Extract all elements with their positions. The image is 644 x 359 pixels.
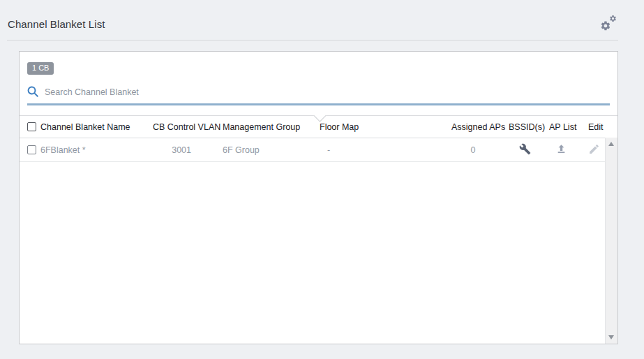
settings-button[interactable] (600, 15, 618, 31)
cell-assigned-aps: 0 (451, 145, 509, 155)
column-header-edit[interactable]: Edit (582, 122, 606, 132)
cell-management-group: 6F Group (223, 145, 320, 155)
title-divider (7, 40, 618, 41)
bssid-button[interactable] (519, 143, 531, 155)
column-header-bssid[interactable]: BSSID(s) (509, 122, 549, 132)
cell-floor-map: - (320, 145, 451, 155)
select-all-checkbox[interactable] (27, 122, 36, 131)
cell-channel-blanket-name: 6FBlanket * (40, 145, 153, 155)
scroll-up-icon[interactable] (608, 142, 614, 146)
channel-blanket-page: Channel Blanket List 1 CB (0, 0, 644, 359)
column-header-channel-blanket-name[interactable]: Channel Blanket Name (40, 122, 153, 132)
column-header-cb-control-vlan[interactable]: CB Control VLAN (153, 122, 223, 132)
channel-blanket-panel: 1 CB Channel Blanket Name CB Control VLA… (19, 51, 618, 344)
gear-icon (600, 15, 618, 31)
table-header: Channel Blanket Name CB Control VLAN Man… (20, 116, 606, 138)
pencil-icon (588, 143, 600, 155)
upload-icon (555, 143, 567, 155)
search-input[interactable] (43, 84, 297, 101)
count-badge: 1 CB (27, 62, 54, 75)
column-header-assigned-aps[interactable]: Assigned APs (451, 122, 509, 132)
column-header-management-group[interactable]: Management Group (223, 122, 320, 132)
ap-list-button[interactable] (555, 143, 567, 155)
vertical-scrollbar[interactable] (605, 138, 617, 344)
column-header-ap-list[interactable]: AP List (549, 122, 582, 132)
column-header-floor-map[interactable]: Floor Map (320, 122, 451, 132)
page-title: Channel Blanket List (8, 18, 105, 30)
table-row[interactable]: 6FBlanket * 3001 6F Group - 0 (20, 138, 606, 162)
wrench-icon (519, 143, 531, 155)
search-underline (27, 103, 610, 105)
scroll-down-icon[interactable] (608, 335, 614, 339)
cell-cb-control-vlan: 3001 (153, 145, 223, 155)
row-checkbox[interactable] (27, 145, 36, 154)
edit-button[interactable] (588, 143, 600, 155)
search-icon (27, 85, 39, 98)
